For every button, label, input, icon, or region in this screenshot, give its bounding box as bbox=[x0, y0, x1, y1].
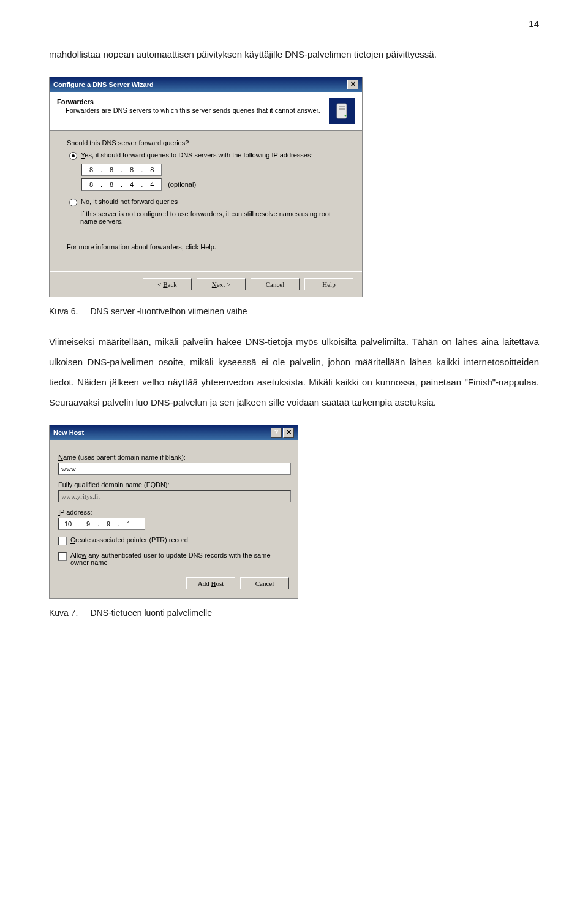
host-name-input[interactable]: www bbox=[58, 463, 291, 475]
help-info: For more information about forwarders, c… bbox=[67, 243, 345, 251]
dns-wizard-dialog: Configure a DNS Server Wizard ✕ Forwarde… bbox=[49, 77, 363, 297]
figure-7-caption: Kuva 7.DNS-tietueen luonti palvelimelle bbox=[49, 608, 539, 618]
help-button[interactable]: Help bbox=[304, 278, 353, 290]
close-icon[interactable]: ✕ bbox=[283, 428, 294, 438]
cancel-button[interactable]: Cancel bbox=[240, 577, 289, 589]
dialog-titlebar: New Host ? ✕ bbox=[50, 425, 298, 440]
radio-icon bbox=[69, 199, 77, 206]
radio-no[interactable]: No, it should not forward queries bbox=[69, 198, 345, 206]
ip-address-input[interactable]: 10. 9. 9. 1 bbox=[58, 518, 145, 530]
main-paragraph: Viimeiseksi määritellään, mikäli palveli… bbox=[49, 331, 539, 412]
name-label: Name (uses parent domain name if blank): bbox=[58, 453, 289, 461]
svg-point-3 bbox=[345, 115, 347, 117]
ip-label: IP address: bbox=[58, 509, 289, 516]
radio-yes[interactable]: Yes, it should forward queries to DNS se… bbox=[69, 151, 345, 160]
dialog-footer: < Back Next > Cancel Help bbox=[50, 271, 362, 297]
svg-rect-2 bbox=[339, 108, 345, 110]
header-description: Forwarders are DNS servers to which this… bbox=[66, 107, 323, 114]
fqdn-label: Fully qualified domain name (FQDN): bbox=[58, 481, 289, 488]
next-button[interactable]: Next > bbox=[197, 278, 246, 290]
header-title: Forwarders bbox=[57, 98, 323, 105]
server-icon bbox=[329, 98, 355, 124]
forwarder-note: If this server is not configured to use … bbox=[80, 210, 345, 225]
checkbox-icon bbox=[58, 552, 67, 561]
cancel-button[interactable]: Cancel bbox=[251, 278, 300, 290]
dialog-title-text: Configure a DNS Server Wizard bbox=[53, 81, 154, 88]
context-help-icon[interactable]: ? bbox=[271, 428, 282, 438]
fqdn-field: www.yritys.fi. bbox=[58, 490, 291, 502]
back-button[interactable]: < Back bbox=[143, 278, 192, 290]
ip-address-1[interactable]: 8. 8. 8. 8 bbox=[81, 164, 345, 176]
figure-6-caption: Kuva 6.DNS server -luontivelhon viimeine… bbox=[49, 306, 539, 316]
new-host-dialog: New Host ? ✕ Name (uses parent domain na… bbox=[49, 425, 298, 599]
radio-icon bbox=[69, 152, 77, 160]
dialog-titlebar: Configure a DNS Server Wizard ✕ bbox=[50, 77, 362, 92]
close-icon[interactable]: ✕ bbox=[347, 80, 358, 89]
optional-label: (optional) bbox=[168, 181, 196, 188]
forward-question: Should this DNS server forward queries? bbox=[67, 139, 345, 146]
ip-address-2[interactable]: 8. 8. 4. 4 (optional) bbox=[81, 178, 345, 191]
dialog-footer: Add Host Cancel bbox=[50, 575, 298, 598]
checkbox-icon bbox=[58, 537, 67, 545]
add-host-button[interactable]: Add Host bbox=[186, 577, 235, 589]
svg-rect-1 bbox=[339, 106, 345, 107]
dialog-title-text: New Host bbox=[53, 429, 84, 436]
allow-update-checkbox[interactable]: Allow any authenticated user to update D… bbox=[58, 551, 289, 566]
dialog-header: Forwarders Forwarders are DNS servers to… bbox=[50, 92, 362, 131]
page-number: 14 bbox=[49, 18, 539, 29]
intro-paragraph: mahdollistaa nopean automaattisen päivit… bbox=[49, 44, 539, 64]
ptr-checkbox[interactable]: Create associated pointer (PTR) record bbox=[58, 536, 289, 545]
